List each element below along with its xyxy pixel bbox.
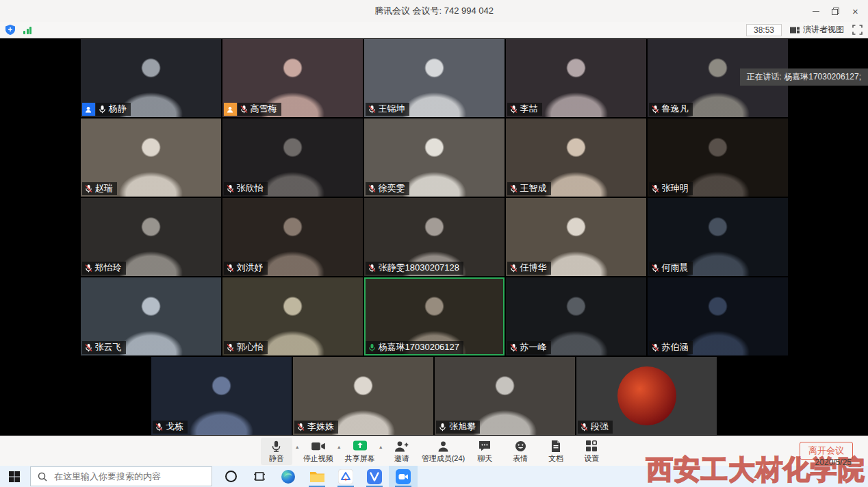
- search-input[interactable]: [53, 471, 199, 482]
- camera-icon: [311, 439, 326, 453]
- participant-nameband: 张静雯18030207128: [366, 262, 464, 275]
- participant-tile[interactable]: 任博华: [506, 198, 646, 276]
- participant-tile[interactable]: 张云飞: [81, 277, 221, 355]
- security-shield-icon[interactable]: [5, 25, 15, 35]
- control-emoji-button[interactable]: 表情: [505, 438, 536, 465]
- host-badge-icon: [82, 103, 95, 116]
- participant-tile[interactable]: 何雨晨: [648, 198, 788, 276]
- taskbar-search[interactable]: [30, 466, 212, 486]
- participant-tile[interactable]: 郑怡玲: [81, 198, 221, 276]
- taskbar-app-meeting[interactable]: [389, 466, 418, 487]
- participant-tile[interactable]: 李喆: [506, 39, 646, 117]
- participant-name-label: 徐奕雯: [366, 182, 409, 195]
- mic-icon: [270, 439, 282, 453]
- participant-nameband: 鲁逸凡: [649, 103, 693, 116]
- participant-name-text: 何雨晨: [662, 262, 689, 274]
- participant-name-text: 徐奕雯: [379, 182, 405, 195]
- fullscreen-icon[interactable]: [852, 25, 863, 35]
- taskbar-app-v[interactable]: [360, 466, 389, 487]
- control-doc-button[interactable]: 文档: [540, 438, 572, 465]
- grid-row: 戈栋 李姝姝 张旭攀 段强: [0, 356, 868, 436]
- minimize-button[interactable]: [806, 1, 826, 21]
- participant-name-label: 郭心怡: [224, 341, 268, 354]
- control-label: 管理成员(24): [422, 453, 465, 464]
- control-share-button[interactable]: 共享屏幕: [344, 438, 376, 465]
- mic-muted-icon: [580, 423, 589, 432]
- control-chat-button[interactable]: 聊天: [469, 438, 500, 465]
- participant-tile[interactable]: 徐奕雯: [364, 118, 505, 197]
- mic-muted-icon: [226, 184, 235, 193]
- participant-tile[interactable]: 苏伯涵: [648, 277, 788, 355]
- participant-nameband: 张旭攀: [436, 421, 480, 434]
- participant-nameband: 郑怡玲: [82, 262, 126, 275]
- mic-muted-icon: [509, 184, 518, 193]
- mic-muted-icon: [509, 264, 518, 273]
- control-label: 设置: [584, 453, 599, 464]
- restore-icon: [832, 8, 839, 15]
- restore-button[interactable]: [826, 1, 845, 21]
- participant-tile[interactable]: 高雪梅: [222, 39, 363, 117]
- participant-tile[interactable]: 苏一峰: [506, 277, 646, 355]
- participant-name-label: 高雪梅: [238, 103, 281, 116]
- cortana-button[interactable]: [216, 466, 245, 487]
- task-view-button[interactable]: [245, 466, 274, 487]
- grid-row: 郑怡玲 刘洪妤 张静雯18030207128 任博华 何雨晨: [0, 197, 868, 277]
- participant-tile[interactable]: 杨嘉琳17030206127: [364, 277, 505, 355]
- mic-muted-icon: [368, 264, 376, 273]
- participant-tile[interactable]: 张旭攀: [435, 357, 575, 435]
- control-label: 共享屏幕: [345, 453, 375, 464]
- control-invite-button[interactable]: 邀请: [386, 438, 418, 465]
- mic-muted-icon: [651, 184, 660, 193]
- control-mic-button[interactable]: 静音: [261, 438, 292, 465]
- participant-tile[interactable]: 王锦坤: [364, 39, 505, 117]
- participant-tile[interactable]: 郭心怡: [222, 277, 363, 355]
- invite-icon: [394, 439, 409, 453]
- participant-tile[interactable]: 杨静: [81, 39, 221, 117]
- chevron-up-icon[interactable]: ▲: [379, 445, 383, 459]
- participant-name-text: 王智成: [520, 182, 547, 195]
- participant-name-text: 苏一峰: [520, 341, 547, 353]
- edge-browser-icon: [281, 469, 296, 484]
- participant-name-label: 何雨晨: [649, 262, 693, 275]
- participant-name-label: 郑怡玲: [82, 262, 126, 275]
- participant-nameband: 张云飞: [82, 341, 126, 354]
- taskbar-app-explorer[interactable]: [303, 466, 331, 487]
- participant-name-label: 段强: [578, 421, 613, 434]
- meeting-timer: 38:53: [746, 24, 782, 36]
- mic-muted-icon: [226, 343, 235, 352]
- participant-tile[interactable]: 李姝姝: [293, 357, 433, 435]
- participant-tile[interactable]: 赵瑞: [81, 118, 221, 197]
- control-settings-button[interactable]: 设置: [576, 438, 607, 465]
- mic-muted-icon: [296, 423, 305, 432]
- speaker-view-toggle[interactable]: 演讲者视图: [790, 24, 844, 36]
- participant-nameband: 张珅明: [649, 182, 693, 195]
- participant-nameband: 李喆: [507, 103, 542, 116]
- mic-muted-icon: [84, 264, 93, 273]
- participant-tile[interactable]: 刘洪妤: [222, 198, 363, 276]
- control-members-button[interactable]: 管理成员(24): [422, 438, 465, 465]
- participant-tile[interactable]: 张欣怡: [222, 118, 363, 197]
- participant-name-text: 张云飞: [95, 341, 122, 353]
- chevron-up-icon[interactable]: ▲: [295, 445, 300, 459]
- control-camera-button[interactable]: 停止视频: [303, 438, 334, 465]
- leave-meeting-button[interactable]: 离开会议: [800, 442, 853, 460]
- grid-row: 杨静 高雪梅 王锦坤 李喆 鲁逸凡: [0, 38, 868, 118]
- participant-name-label: 杨嘉琳17030206127: [366, 341, 464, 354]
- chevron-up-icon[interactable]: ▲: [337, 445, 342, 459]
- participant-tile[interactable]: 段强: [576, 357, 717, 435]
- participant-tile[interactable]: 戈栋: [151, 357, 292, 435]
- network-signal-icon[interactable]: [23, 26, 31, 34]
- participant-name-text: 赵瑞: [95, 182, 113, 195]
- participant-nameband: 郭心怡: [224, 341, 268, 354]
- participant-nameband: 苏伯涵: [649, 341, 693, 354]
- participant-tile[interactable]: 王智成: [506, 118, 646, 197]
- taskbar-app-docs[interactable]: [331, 466, 360, 487]
- participant-tile[interactable]: 张珅明: [648, 118, 788, 197]
- taskbar-app-edge[interactable]: [274, 466, 303, 487]
- participant-tile[interactable]: 张静雯18030207128: [364, 198, 505, 276]
- participant-nameband: 杨静: [82, 103, 131, 116]
- start-button[interactable]: [0, 466, 29, 487]
- close-button[interactable]: ×: [845, 1, 865, 21]
- mic-muted-icon: [240, 105, 248, 114]
- v-app-icon: [367, 469, 382, 484]
